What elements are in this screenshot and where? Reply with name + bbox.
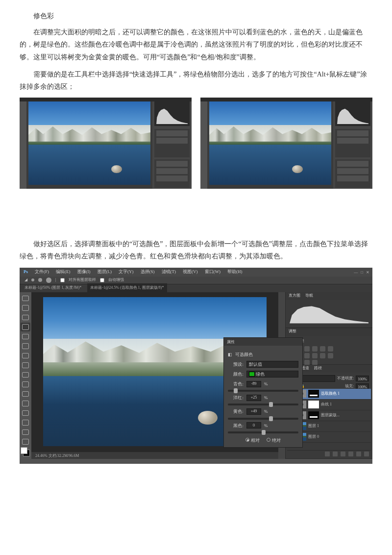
selective-color-panel: 属性 ◧ 可选颜色 预设: 默认值 颜色: 绿色 青色: (223, 337, 303, 448)
history-brush-tool-icon[interactable] (21, 380, 30, 389)
quick-select-tool-icon[interactable] (21, 323, 30, 331)
mask-thumb-icon (308, 411, 319, 419)
absolute-radio[interactable]: 绝对 (267, 436, 281, 444)
invert-icon[interactable] (328, 353, 333, 358)
menu-layer[interactable]: 图层(L) (98, 268, 112, 276)
opt-auto-enhance: 自动增强 (108, 277, 124, 283)
black-label: 黑色: (228, 422, 244, 429)
move-tool-icon[interactable] (21, 294, 30, 303)
cyan-value[interactable]: -89 (246, 381, 261, 387)
ps-logo-icon: Ps (24, 268, 28, 276)
panel-name: 可选颜色 (235, 351, 253, 358)
maximize-icon[interactable]: □ (361, 269, 363, 276)
menu-bar: Ps 文件(F) 编辑(E) 图像(I) 图层(L) 文字(Y) 选择(S) 滤… (20, 268, 372, 277)
group-icon[interactable] (348, 452, 353, 456)
opt-sample-all: 对所有图层取样 (69, 277, 96, 283)
exposure-icon[interactable] (312, 346, 318, 352)
eyedropper-tool-icon[interactable] (21, 342, 30, 351)
close-icon[interactable]: ✕ (366, 269, 369, 276)
histogram-icon (154, 100, 190, 126)
auto-enhance-checkbox[interactable] (100, 278, 104, 282)
color-swatch-icon[interactable] (21, 447, 30, 456)
fx-icon[interactable] (325, 452, 330, 456)
lut-icon[interactable] (320, 353, 325, 358)
yellow-value[interactable]: +49 (246, 408, 261, 415)
document-tabs: 未标题-1@50% (图层 1, 灰度/8#)* 未标题-1@24.5% (选取… (20, 284, 372, 292)
color-select[interactable]: 绿色 (246, 371, 298, 378)
canvas-area[interactable]: 24.46% 文档:32.2M/96.6M 属性 ◧ 可选颜色 预设: 默认值 … (31, 292, 278, 459)
opacity-value[interactable]: 100% (356, 376, 369, 381)
menu-filter[interactable]: 滤镜(T) (162, 268, 176, 276)
tool-icon: ◢ (24, 277, 27, 283)
green-swatch-icon (249, 372, 255, 377)
doc-tab-2[interactable]: 未标题-1@24.5% (选取颜色 1, 图层蒙版/8)* (87, 283, 167, 292)
mask-thumb-icon (308, 401, 319, 408)
photoshop-thumb-right (200, 98, 372, 189)
section-heading: 修色彩 (20, 10, 372, 22)
paragraph-2: 需要做的是在工具栏中选择选择“快速选择工具”，将绿色植物部分选出，选多了的地方可… (20, 68, 372, 93)
pen-tool-icon[interactable] (21, 428, 30, 437)
histogram-tab[interactable]: 直方图 (289, 292, 300, 299)
brush-tool-icon[interactable] (21, 361, 30, 370)
new-layer-icon[interactable] (356, 452, 361, 456)
type-tool-icon[interactable] (21, 437, 30, 446)
cyan-label: 青色: (228, 380, 244, 388)
histogram-panel (286, 300, 372, 328)
minimize-icon[interactable]: — (354, 269, 358, 276)
adjustments-tab[interactable]: 调整 (289, 328, 296, 335)
blur-tool-icon[interactable] (21, 409, 30, 418)
paragraph-1: 在调整完大面积的明暗之后，还可以调整它的颜色，在这张照片中可以看到蓝色的水，蓝色… (20, 26, 372, 63)
cyan-slider[interactable] (228, 390, 298, 392)
doc-tab-1[interactable]: 未标题-1@50% (图层 1, 灰度/8#)* (24, 284, 81, 291)
crop-tool-icon[interactable] (21, 332, 30, 341)
histogram-icon (335, 100, 370, 126)
photoshop-large: Ps 文件(F) 编辑(E) 图像(I) 图层(L) 文字(Y) 选择(S) 滤… (20, 268, 372, 464)
mask-thumb-icon (308, 390, 319, 398)
vibrance-icon[interactable] (320, 346, 325, 352)
menu-help[interactable]: 帮助(H) (227, 268, 243, 276)
menu-image[interactable]: 图像(I) (77, 268, 91, 276)
color-label: 颜色: (228, 370, 244, 378)
trash-icon[interactable] (364, 452, 369, 456)
photo-filter-icon[interactable] (304, 353, 310, 358)
layers-footer (287, 450, 371, 457)
yellow-slider[interactable] (228, 418, 298, 420)
tools-panel (20, 292, 31, 459)
menu-edit[interactable]: 编辑(E) (56, 268, 71, 276)
magenta-slider[interactable] (228, 404, 298, 405)
preset-select[interactable]: 默认值 (246, 361, 298, 368)
yellow-label: 黄色: (228, 407, 244, 415)
channel-mixer-icon[interactable] (312, 353, 318, 358)
menu-select[interactable]: 选择(S) (141, 268, 155, 276)
magenta-label: 洋红: (228, 394, 244, 402)
eraser-tool-icon[interactable] (21, 390, 30, 399)
lasso-tool-icon[interactable] (21, 313, 30, 322)
paths-tab[interactable]: 路径 (314, 365, 322, 372)
magenta-value[interactable]: +25 (246, 395, 261, 401)
menu-view[interactable]: 视图(V) (183, 268, 198, 276)
dodge-tool-icon[interactable] (21, 418, 30, 427)
hue-icon[interactable] (328, 346, 333, 352)
menu-file[interactable]: 文件(F) (35, 268, 49, 276)
paragraph-3: 做好选区后，选择调整面板中的“可选颜色”，图层面板中会新增一个“可选颜色”调整层… (20, 238, 372, 262)
black-value[interactable]: 0 (246, 422, 261, 429)
relative-radio[interactable]: 相对 (245, 436, 260, 444)
menu-window[interactable]: 窗口(W) (205, 268, 221, 276)
panel-tab-properties[interactable]: 属性 (224, 338, 302, 346)
adjustment-add-icon[interactable] (341, 452, 345, 456)
photoshop-thumb-left (20, 98, 192, 189)
menu-type[interactable]: 文字(Y) (119, 268, 134, 276)
black-slider[interactable] (228, 431, 298, 433)
gradient-tool-icon[interactable] (21, 399, 30, 408)
heal-tool-icon[interactable] (21, 352, 30, 360)
marquee-tool-icon[interactable] (21, 303, 30, 312)
curves-icon[interactable] (304, 346, 310, 352)
sample-all-checkbox[interactable] (60, 278, 65, 282)
navigator-tab[interactable]: 导航 (305, 292, 313, 299)
options-bar: ◢ | 对所有图层取样 自动增强 (20, 277, 372, 284)
stamp-tool-icon[interactable] (21, 371, 30, 379)
mask-add-icon[interactable] (333, 452, 338, 456)
screenshot-row-top (20, 98, 372, 189)
status-bar: 24.46% 文档:32.2M/96.6M (31, 452, 278, 459)
adjustment-type-icon: ◧ (228, 351, 232, 358)
